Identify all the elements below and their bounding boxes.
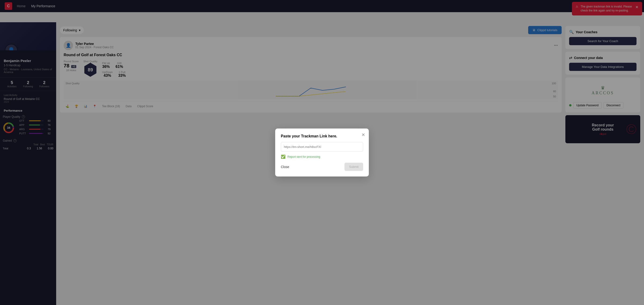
modal-footer: Close Submit <box>281 163 363 171</box>
success-check-icon: ✅ <box>281 154 286 159</box>
modal-title: Paste your Trackman Link here. <box>281 134 363 138</box>
modal-close-icon[interactable]: ✕ <box>362 132 365 138</box>
modal-overlay: Paste your Trackman Link here. ✕ ✅ Repor… <box>0 0 644 305</box>
trackman-link-input[interactable] <box>281 142 363 152</box>
modal-success-message: ✅ Report sent for processing <box>281 154 363 159</box>
modal-submit-button[interactable]: Submit <box>344 163 363 171</box>
success-text: Report sent for processing <box>287 155 320 158</box>
trackman-modal: Paste your Trackman Link here. ✕ ✅ Repor… <box>275 128 369 176</box>
modal-close-button[interactable]: Close <box>281 165 289 169</box>
